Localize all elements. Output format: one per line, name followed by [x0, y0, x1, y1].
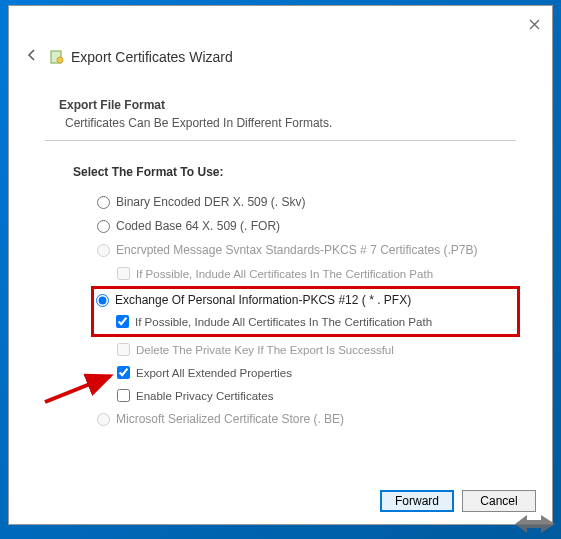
wizard-window: Export Certificates Wizard Export File F…	[8, 5, 553, 525]
check-pfx-allpath-label: If Possible, Indude All Certificates In …	[135, 316, 432, 328]
radio-pfx-input[interactable]	[96, 294, 109, 307]
check-pfx-extended-input[interactable]	[117, 366, 130, 379]
radio-der-input[interactable]	[97, 196, 110, 209]
radio-base64-input[interactable]	[97, 220, 110, 233]
check-p7b-allpath-input	[117, 267, 130, 280]
radio-pfx[interactable]: Exchange Of Personal Information-PKCS #1…	[96, 293, 515, 307]
radio-serialized-input	[97, 413, 110, 426]
check-p7b-allpath-label: If Possible, Indude All Certificates In …	[136, 268, 433, 280]
wizard-header: Export Certificates Wizard	[9, 42, 552, 76]
radio-der[interactable]: Binary Encoded DER X. 509 (. Skv)	[97, 195, 516, 209]
check-pfx-deletekey-label: Delete The Private Key If The Export Is …	[136, 344, 394, 356]
radio-base64-label: Coded Base 64 X. 509 (. FOR)	[116, 219, 280, 233]
instruction-label: Select The Format To Use:	[73, 165, 516, 179]
radio-base64[interactable]: Coded Base 64 X. 509 (. FOR)	[97, 219, 516, 233]
format-options: Binary Encoded DER X. 509 (. Skv) Coded …	[97, 195, 516, 426]
check-pfx-allpath[interactable]: If Possible, Indude All Certificates In …	[116, 315, 515, 328]
radio-serialized: Microsoft Serialized Certificate Store (…	[97, 412, 516, 426]
check-pfx-privacy-input[interactable]	[117, 389, 130, 402]
wizard-footer: Forward Cancel	[9, 478, 552, 524]
check-pfx-deletekey: Delete The Private Key If The Export Is …	[117, 343, 516, 356]
page-description: Certificates Can Be Exported In Differen…	[65, 116, 516, 130]
titlebar	[9, 6, 552, 42]
radio-p7b-label: Encrvpted Message Svntax Standards-PKCS …	[116, 243, 478, 257]
radio-serialized-label: Microsoft Serialized Certificate Store (…	[116, 412, 344, 426]
forward-button[interactable]: Forward	[380, 490, 454, 512]
certificate-icon	[49, 49, 65, 65]
radio-der-label: Binary Encoded DER X. 509 (. Skv)	[116, 195, 305, 209]
cancel-button[interactable]: Cancel	[462, 490, 536, 512]
arrow-left-icon	[25, 48, 39, 62]
check-p7b-allpath: If Possible, Indude All Certificates In …	[117, 267, 516, 280]
check-pfx-allpath-input[interactable]	[116, 315, 129, 328]
wizard-content: Export File Format Certificates Can Be E…	[9, 76, 552, 478]
check-pfx-deletekey-input	[117, 343, 130, 356]
close-icon	[529, 19, 540, 30]
radio-p7b-input	[97, 244, 110, 257]
highlight-box: Exchange Of Personal Information-PKCS #1…	[91, 286, 520, 337]
check-pfx-extended-label: Export All Extended Properties	[136, 367, 292, 379]
check-pfx-privacy-label: Enable Privacy Certificates	[136, 390, 273, 402]
check-pfx-extended[interactable]: Export All Extended Properties	[117, 366, 516, 379]
radio-pfx-label: Exchange Of Personal Information-PKCS #1…	[115, 293, 411, 307]
divider	[45, 140, 516, 141]
page-heading: Export File Format	[59, 98, 516, 112]
back-button[interactable]	[21, 46, 43, 68]
close-button[interactable]	[522, 12, 546, 36]
wizard-title: Export Certificates Wizard	[71, 49, 233, 65]
check-pfx-privacy[interactable]: Enable Privacy Certificates	[117, 389, 516, 402]
radio-p7b: Encrvpted Message Svntax Standards-PKCS …	[97, 243, 516, 257]
svg-point-1	[57, 57, 63, 63]
